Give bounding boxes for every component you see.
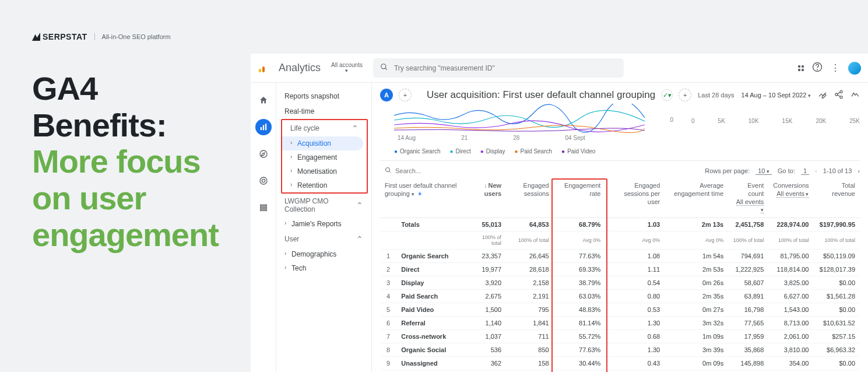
sidebar-snapshot[interactable]: Reports snapshot bbox=[276, 89, 371, 104]
rows-per-page-select[interactable]: 10 bbox=[755, 167, 772, 175]
table-row[interactable]: 9Unassigned36215830.44%0.430m 09s145,898… bbox=[380, 357, 860, 370]
table-row[interactable]: 2Direct19,97728,61869.33%1.112m 53s1,222… bbox=[380, 263, 860, 276]
sidebar-item-monetisation[interactable]: Monetisation bbox=[282, 164, 367, 178]
sidebar-item-acquisition[interactable]: Acquisition bbox=[282, 136, 363, 150]
table-row[interactable]: 6Referral1,1401,84181.14%1.303m 32s77,56… bbox=[380, 317, 860, 330]
chevron-up-icon: ⌃ bbox=[352, 124, 359, 133]
icon-rail bbox=[251, 83, 276, 372]
sidebar-realtime[interactable]: Real-time bbox=[276, 104, 371, 119]
brand-tagline: All-in-One SEO platform bbox=[94, 33, 171, 40]
apps-icon[interactable] bbox=[798, 65, 804, 71]
sidebar-item-tech[interactable]: Tech bbox=[276, 261, 371, 275]
svg-point-16 bbox=[840, 90, 842, 93]
add-comparison-button[interactable]: + bbox=[679, 89, 691, 101]
chart-x-axis: 14 Aug 21 28 04 Sept bbox=[398, 135, 860, 141]
customize-icon[interactable] bbox=[818, 90, 827, 100]
explore-icon[interactable] bbox=[255, 146, 272, 162]
col-conversions[interactable]: ConversionsAll events bbox=[768, 178, 813, 218]
col-engaged-sessions[interactable]: Engaged sessions bbox=[506, 178, 554, 218]
col-new-users[interactable]: New users bbox=[469, 178, 506, 218]
ga-app: Analytics All accounts ⋮ bbox=[251, 54, 868, 372]
table-row[interactable]: 7Cross-network1,03771155.72%0.681m 09s17… bbox=[380, 330, 860, 343]
chevron-right-icon[interactable]: › bbox=[858, 167, 860, 174]
ga-topbar: Analytics All accounts ⋮ bbox=[251, 54, 868, 83]
col-avg-engagement-time[interactable]: Average engagement time bbox=[665, 178, 728, 218]
global-search[interactable] bbox=[373, 58, 624, 78]
legend-item[interactable]: Display bbox=[480, 148, 505, 155]
promo-panel: SERPSTAT All-in-One SEO platform GA4 Ben… bbox=[0, 0, 245, 372]
svg-point-6 bbox=[817, 69, 818, 70]
sidebar-item-engagement[interactable]: Engagement bbox=[282, 150, 367, 164]
table-row[interactable]: 1Organic Search23,35726,64577.63%1.081m … bbox=[380, 250, 860, 263]
reports-icon[interactable] bbox=[255, 119, 272, 135]
chevron-up-icon: ⌃ bbox=[356, 201, 363, 210]
sidebar-group-collection[interactable]: LWGMP CMO Collection⌃ bbox=[276, 194, 371, 217]
table-toolbar: Rows per page: 10 Go to: 1 ‹ 1-10 of 13 … bbox=[380, 160, 860, 178]
col-event-count[interactable]: Event countAll events bbox=[728, 178, 768, 218]
segment-badge[interactable]: A bbox=[380, 89, 393, 101]
sidebar-group-user[interactable]: User⌃ bbox=[276, 231, 371, 247]
serpstat-logo: SERPSTAT bbox=[32, 32, 87, 41]
more-icon[interactable]: ⋮ bbox=[831, 62, 840, 73]
conversion-filter[interactable]: All events bbox=[776, 190, 809, 198]
table-row[interactable]: 4Paid Search2,6752,19163.03%0.802m 35s63… bbox=[380, 290, 860, 303]
account-selector[interactable]: All accounts bbox=[331, 62, 363, 73]
insights-icon[interactable] bbox=[851, 90, 860, 100]
table-search-input[interactable] bbox=[395, 167, 476, 174]
avatar[interactable] bbox=[848, 62, 861, 75]
col-total-revenue[interactable]: Total revenue bbox=[814, 178, 860, 218]
add-segment-button[interactable]: + bbox=[399, 89, 412, 101]
status-check-icon[interactable]: ✓▾ bbox=[661, 89, 673, 101]
date-range-picker[interactable]: 14 Aug – 10 Sept 2022 bbox=[742, 92, 811, 99]
svg-point-18 bbox=[840, 96, 842, 99]
period-label: Last 28 days bbox=[698, 92, 734, 99]
table-row[interactable]: 10Organic Video28825977.31%0.881m 23s7,7… bbox=[380, 370, 860, 373]
dimension-header[interactable]: First user default channel grouping + bbox=[380, 178, 469, 218]
help-icon[interactable] bbox=[812, 62, 823, 74]
svg-point-3 bbox=[381, 64, 386, 69]
legend-item[interactable]: Paid Video bbox=[561, 148, 595, 155]
col-engagement-rate[interactable]: Engagement rate bbox=[554, 178, 606, 218]
sidebar-group-lifecycle[interactable]: Life cycle⌃ bbox=[282, 120, 367, 136]
topbar-actions: ⋮ bbox=[798, 62, 861, 75]
table-row[interactable]: 8Organic Social53685077.63%1.303m 39s35,… bbox=[380, 343, 860, 357]
svg-rect-1 bbox=[262, 66, 265, 72]
chart-legend: Organic Search Direct Display Paid Searc… bbox=[394, 148, 860, 155]
svg-rect-9 bbox=[265, 124, 266, 130]
ga-logo-icon bbox=[258, 63, 268, 73]
search-icon bbox=[385, 167, 392, 175]
table-row[interactable]: 5Paid Video1,50079548.83%0.530m 27s16,79… bbox=[380, 303, 860, 317]
report-title: User acquisition: First user default cha… bbox=[427, 89, 655, 101]
goto-label: Go to: bbox=[778, 167, 795, 174]
report-header-row: A + User acquisition: First user default… bbox=[380, 89, 860, 101]
home-icon[interactable] bbox=[255, 92, 272, 108]
advertising-icon[interactable] bbox=[255, 173, 272, 189]
sidebar-item-retention[interactable]: Retention bbox=[282, 178, 367, 192]
share-icon[interactable] bbox=[834, 90, 844, 100]
svg-point-21 bbox=[386, 168, 390, 172]
table-row[interactable]: 3Display3,9202,15838.79%0.540m 26s58,607… bbox=[380, 276, 860, 290]
table-pager: Rows per page: 10 Go to: 1 ‹ 1-10 of 13 … bbox=[705, 167, 860, 175]
col-sessions-per-user[interactable]: Engaged sessions per user bbox=[605, 178, 665, 218]
svg-rect-7 bbox=[260, 127, 261, 130]
goto-input[interactable]: 1 bbox=[801, 167, 809, 175]
sidebar-item-jamies[interactable]: Jamie's Reports bbox=[276, 217, 371, 231]
legend-item[interactable]: Paid Search bbox=[515, 148, 553, 155]
event-filter[interactable]: All events bbox=[736, 198, 764, 214]
svg-line-22 bbox=[389, 171, 391, 173]
svg-point-17 bbox=[835, 93, 838, 96]
sidebar-item-demographics[interactable]: Demographics bbox=[276, 247, 371, 261]
bar-axis: 05K10K15K20K25K bbox=[691, 118, 860, 124]
search-input[interactable] bbox=[394, 64, 617, 72]
legend-item[interactable]: Direct bbox=[450, 148, 471, 155]
add-dimension-icon[interactable]: + bbox=[418, 190, 421, 197]
svg-rect-0 bbox=[259, 69, 261, 72]
configure-icon[interactable] bbox=[255, 199, 272, 216]
page-range: 1-10 of 13 bbox=[823, 167, 852, 174]
legend-item[interactable]: Organic Search bbox=[394, 148, 441, 155]
svg-rect-15 bbox=[260, 209, 266, 210]
ga-product-title: Analytics bbox=[279, 62, 321, 74]
svg-line-19 bbox=[838, 92, 841, 94]
headline-accent: More focus on user engagement bbox=[32, 143, 219, 252]
chevron-left-icon[interactable]: ‹ bbox=[815, 167, 817, 174]
